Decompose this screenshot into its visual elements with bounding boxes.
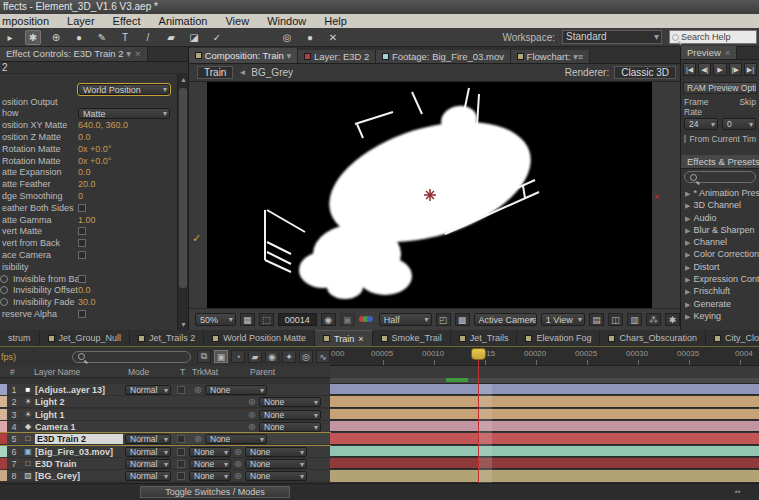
timeline-tab[interactable]: World Position Matte bbox=[204, 330, 315, 347]
property-value[interactable]: 0x +0.0° bbox=[78, 144, 111, 154]
close-icon[interactable]: × bbox=[725, 47, 731, 58]
current-time-indicator-handle[interactable] bbox=[471, 348, 486, 360]
property-value[interactable]: 0 bbox=[78, 191, 83, 201]
label-chip[interactable] bbox=[0, 458, 7, 469]
tab-layer[interactable]: Layer: E3D 2 bbox=[298, 50, 376, 63]
menu-view[interactable]: View bbox=[225, 14, 249, 28]
timeline-tab[interactable]: Smoke_Trail bbox=[373, 330, 451, 347]
twirl-icon[interactable]: ▶ bbox=[685, 190, 690, 197]
selection-tool-icon[interactable]: ▸ bbox=[2, 30, 18, 45]
timeline-tab[interactable]: City_Clouds bbox=[706, 330, 759, 347]
shape-tool-icon[interactable]: ● bbox=[71, 30, 87, 45]
twirl-icon[interactable]: ▶ bbox=[685, 215, 690, 222]
line-tool-icon[interactable]: / bbox=[140, 30, 156, 45]
property-value[interactable]: 0x +0.0° bbox=[78, 156, 111, 166]
layer-bar[interactable] bbox=[330, 470, 759, 483]
timeline-tab[interactable]: Jet_Group_Null bbox=[40, 330, 131, 347]
t-checkbox[interactable] bbox=[177, 435, 185, 443]
skip-dropdown[interactable]: 0 bbox=[722, 118, 756, 130]
view-layout-dropdown[interactable]: 1 View bbox=[541, 313, 585, 326]
property-value[interactable]: 0.0 bbox=[78, 167, 91, 177]
brainstorm-icon[interactable]: ✦ bbox=[282, 350, 296, 363]
timeline-tab-active[interactable]: Train× bbox=[315, 330, 372, 347]
list-item[interactable]: ▶Blur & Sharpen bbox=[685, 224, 759, 236]
label-chip[interactable] bbox=[0, 433, 7, 444]
twirl-icon[interactable]: ▶ bbox=[685, 227, 690, 234]
parent-pickwhip-icon[interactable]: ◎ bbox=[193, 385, 203, 394]
label-chip[interactable] bbox=[0, 396, 7, 407]
current-time-display[interactable]: 00014 bbox=[278, 313, 317, 326]
parent-pickwhip-icon[interactable]: ◎ bbox=[233, 471, 243, 480]
trkmat-dropdown[interactable]: None bbox=[189, 471, 231, 481]
region-of-interest-icon[interactable]: ◰ bbox=[436, 313, 451, 326]
resize-grip-icon[interactable]: ▪▪ bbox=[735, 487, 741, 496]
magnification-dropdown[interactable]: 50% bbox=[195, 313, 236, 326]
scroll-down-icon[interactable]: ▼ bbox=[178, 319, 189, 330]
list-item[interactable]: ▶Expression Controls bbox=[685, 273, 759, 285]
trkmat-dropdown[interactable]: None bbox=[189, 459, 231, 469]
toggle-switches-modes-button[interactable]: Toggle Switches / Modes bbox=[140, 486, 290, 498]
frame-rate-dropdown[interactable]: 24 bbox=[684, 118, 718, 130]
stopwatch-icon[interactable] bbox=[0, 286, 8, 294]
puppet-tool-icon[interactable]: ✓ bbox=[209, 30, 225, 45]
mode-dropdown[interactable]: Normal bbox=[125, 447, 171, 457]
pan-camera-tool-icon[interactable]: ● bbox=[302, 30, 318, 45]
dolly-camera-tool-icon[interactable]: ✕ bbox=[325, 30, 341, 45]
timeline-tab[interactable]: Jet_Trails bbox=[451, 330, 518, 347]
hide-shy-icon[interactable]: ◔ bbox=[231, 350, 245, 363]
timeline-tab[interactable]: strum bbox=[0, 330, 40, 347]
list-item[interactable]: ▶Distort bbox=[685, 261, 759, 273]
layer-bar[interactable] bbox=[330, 446, 759, 457]
checkbox[interactable] bbox=[78, 239, 86, 247]
show-dropdown[interactable]: Matte bbox=[78, 108, 170, 119]
parent-pickwhip-icon[interactable]: ◎ bbox=[233, 447, 243, 456]
last-frame-button[interactable]: ▶| bbox=[744, 63, 757, 76]
menu-window[interactable]: Window bbox=[267, 14, 306, 28]
checkbox[interactable] bbox=[78, 275, 86, 283]
t-checkbox[interactable] bbox=[177, 386, 185, 394]
transparency-grid-icon[interactable]: ▩ bbox=[455, 313, 470, 326]
comp-mini-flow-icon[interactable]: ⧉ bbox=[197, 350, 211, 363]
twirl-icon[interactable]: ▶ bbox=[685, 251, 690, 258]
table-row[interactable]: 2☀Light 2◎None bbox=[0, 396, 330, 408]
camera-view-dropdown[interactable]: Active Camera bbox=[474, 313, 537, 326]
parent-dropdown[interactable]: None bbox=[259, 422, 321, 432]
property-value[interactable]: 30.0 bbox=[78, 297, 96, 307]
label-chip[interactable] bbox=[0, 446, 7, 457]
twirl-icon[interactable]: ▶ bbox=[685, 239, 690, 246]
timeline-tab[interactable]: Jet_Trails 2 bbox=[130, 330, 204, 347]
play-button[interactable]: ▶ bbox=[713, 63, 726, 76]
t-checkbox[interactable] bbox=[177, 460, 185, 468]
grid-options-icon[interactable]: ▦ bbox=[240, 313, 255, 326]
tab-effect-controls[interactable]: Effect Controls: E3D Train 2 ▾× bbox=[0, 47, 148, 61]
prev-frame-button[interactable]: ◀| bbox=[698, 63, 711, 76]
checkbox[interactable] bbox=[78, 251, 86, 259]
comp-viewer[interactable] bbox=[207, 82, 652, 308]
parent-pickwhip-icon[interactable]: ◎ bbox=[233, 459, 243, 468]
auto-keyframe-icon[interactable]: ◎ bbox=[299, 350, 313, 363]
tab-preview[interactable]: Preview× bbox=[681, 46, 737, 59]
renderer-button[interactable]: Classic 3D bbox=[614, 66, 676, 79]
parent-dropdown[interactable]: None bbox=[259, 410, 321, 420]
help-search-input[interactable]: Search Help bbox=[669, 30, 757, 44]
list-item[interactable]: ▶Color Correction bbox=[685, 248, 759, 260]
resolution-dropdown[interactable]: Half bbox=[379, 313, 432, 326]
list-item[interactable]: ▶Audio bbox=[685, 212, 759, 224]
table-row[interactable]: 4◆Camera 1◎None bbox=[0, 421, 330, 433]
stopwatch-icon[interactable] bbox=[0, 275, 8, 283]
layer-bar[interactable] bbox=[330, 458, 759, 469]
list-item[interactable]: ▶Channel bbox=[685, 236, 759, 248]
mode-dropdown[interactable]: Normal bbox=[125, 385, 171, 395]
brush-tool-icon[interactable]: ▰ bbox=[163, 30, 179, 45]
list-item[interactable]: ▶Frischluft bbox=[685, 285, 759, 297]
stopwatch-icon[interactable] bbox=[0, 298, 8, 306]
checkbox[interactable] bbox=[78, 204, 86, 212]
scroll-up-icon[interactable]: ▲ bbox=[178, 74, 189, 85]
mode-dropdown[interactable]: Normal bbox=[125, 459, 171, 469]
timeline-tab[interactable]: Elevation Fog bbox=[517, 330, 600, 347]
parent-pickwhip-icon[interactable]: ◎ bbox=[247, 422, 257, 431]
parent-dropdown[interactable]: None bbox=[205, 385, 267, 395]
world-position-dropdown[interactable]: World Position bbox=[78, 84, 170, 95]
layer-bar[interactable] bbox=[330, 409, 759, 420]
workspace-dropdown[interactable]: Standard bbox=[562, 30, 662, 44]
